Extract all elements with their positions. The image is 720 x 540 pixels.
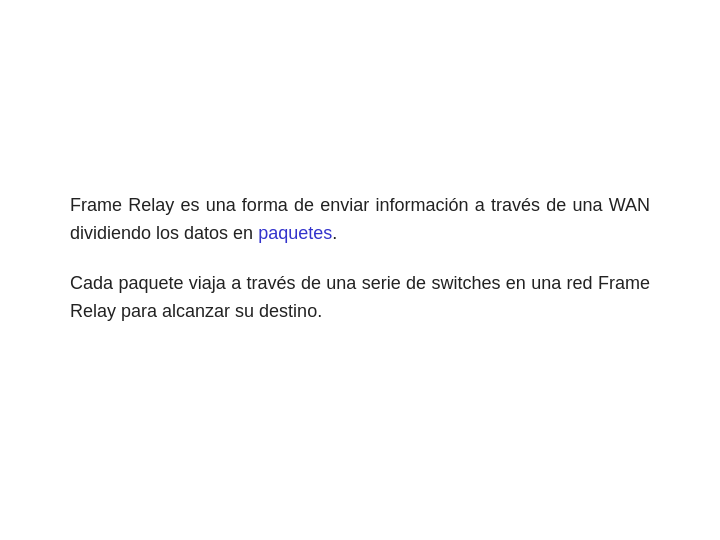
main-content: Frame Relay es una forma de enviar infor… — [70, 172, 650, 368]
paragraph-1: Frame Relay es una forma de enviar infor… — [70, 192, 650, 248]
paquetes-link[interactable]: paquetes — [258, 223, 332, 243]
paragraph-1-text-after-link: . — [332, 223, 337, 243]
paragraph-2: Cada paquete viaja a través de una serie… — [70, 270, 650, 326]
paragraph-1-text-before-link: Frame Relay es una forma de enviar infor… — [70, 195, 650, 243]
